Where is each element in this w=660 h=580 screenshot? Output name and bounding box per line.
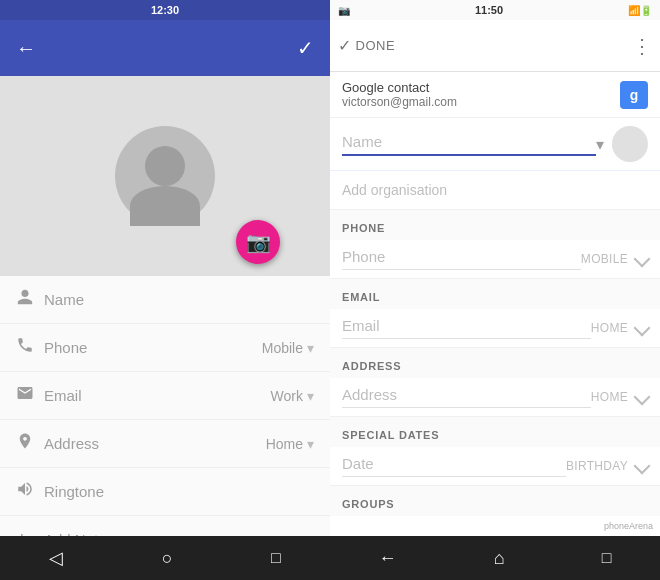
- right-address-sublabel: HOME: [591, 390, 628, 404]
- right-phone-row[interactable]: Phone MOBILE: [330, 240, 660, 279]
- date-arrow: [634, 458, 651, 475]
- right-email-label: Email: [342, 317, 591, 339]
- address-arrow: [634, 389, 651, 406]
- nav-recents-button[interactable]: □: [271, 549, 281, 567]
- right-time: 11:50: [475, 4, 503, 16]
- plus-icon: +: [16, 528, 44, 536]
- right-avatar-small: [612, 126, 648, 162]
- left-time: 12:30: [151, 4, 179, 16]
- check-button[interactable]: ✓: [297, 36, 314, 60]
- name-label: Name: [44, 291, 314, 308]
- done-check-icon: ✓: [338, 36, 352, 55]
- camera-fab[interactable]: 📷: [236, 220, 280, 264]
- right-address-label: Address: [342, 386, 591, 408]
- google-logo: g: [620, 81, 648, 109]
- email-dropdown-icon[interactable]: ▾: [307, 388, 314, 404]
- add-note-row[interactable]: + Add Note: [0, 516, 330, 536]
- avatar-body: [130, 186, 200, 226]
- right-nav-back-button[interactable]: ←: [379, 548, 397, 569]
- watermark: phoneArena: [601, 520, 656, 532]
- name-dropdown-icon[interactable]: ▾: [596, 135, 604, 154]
- google-contact-row[interactable]: Google contact victorson@gmail.com g: [330, 72, 660, 118]
- right-phone-label: Phone: [342, 248, 581, 270]
- google-contact-info: Google contact victorson@gmail.com: [342, 80, 620, 109]
- email-section-header: EMAIL: [330, 279, 660, 309]
- person-icon: [16, 288, 44, 311]
- address-label: Address: [44, 435, 266, 452]
- email-label: Email: [44, 387, 271, 404]
- phone-icon: [16, 336, 44, 359]
- right-name-row[interactable]: Name ▾: [330, 118, 660, 171]
- left-top-bar: ← ✓: [0, 20, 330, 76]
- dates-section-header: SPECIAL DATES: [330, 417, 660, 447]
- right-panel: 📷 11:50 📶🔋 ✓ DONE ⋮ Google contact victo…: [330, 0, 660, 580]
- phone-sublabel: Mobile: [262, 340, 303, 356]
- right-phone-sublabel: MOBILE: [581, 252, 628, 266]
- phone-label: Phone: [44, 339, 262, 356]
- done-button[interactable]: ✓ DONE: [338, 36, 395, 55]
- phone-field-row[interactable]: Phone Mobile ▾: [0, 324, 330, 372]
- address-sublabel: Home: [266, 436, 303, 452]
- email-sublabel: Work: [271, 388, 303, 404]
- camera-icon: 📷: [246, 230, 271, 254]
- ringtone-field-row[interactable]: Ringtone: [0, 468, 330, 516]
- right-nav-bar: ← ⌂ □: [330, 536, 660, 580]
- ringtone-label: Ringtone: [44, 483, 314, 500]
- avatar-head: [145, 146, 185, 186]
- right-date-label: Date: [342, 455, 566, 477]
- avatar-area: 📷: [0, 76, 330, 276]
- email-icon: [16, 384, 44, 407]
- google-contact-name: Google contact: [342, 80, 620, 95]
- phone-dropdown-icon[interactable]: ▾: [307, 340, 314, 356]
- add-org-row[interactable]: Add organisation: [330, 171, 660, 210]
- address-header-text: ADDRESS: [342, 360, 401, 372]
- address-section-header: ADDRESS: [330, 348, 660, 378]
- phone-arrow: [634, 251, 651, 268]
- right-email-sublabel: HOME: [591, 321, 628, 335]
- phone-section-header: PHONE: [330, 210, 660, 240]
- left-status-bar: 12:30: [0, 0, 330, 20]
- location-icon: [16, 432, 44, 455]
- dates-header-text: SPECIAL DATES: [342, 429, 439, 441]
- google-contact-email: victorson@gmail.com: [342, 95, 620, 109]
- add-org-label: Add organisation: [342, 182, 447, 198]
- avatar: [115, 126, 215, 226]
- email-header-text: EMAIL: [342, 291, 380, 303]
- groups-section-header: GROUPS: [330, 486, 660, 516]
- email-field-row[interactable]: Email Work ▾: [0, 372, 330, 420]
- left-form-list: Name Phone Mobile ▾ Email Work ▾ Address: [0, 276, 330, 536]
- right-status-icons-right: 📶🔋: [628, 5, 652, 16]
- nav-back-button[interactable]: ◁: [49, 547, 63, 569]
- right-top-bar: ✓ DONE ⋮: [330, 20, 660, 72]
- right-nav-recents-button[interactable]: □: [602, 549, 612, 567]
- right-status-bar: 📷 11:50 📶🔋: [330, 0, 660, 20]
- right-nav-home-button[interactable]: ⌂: [494, 548, 505, 569]
- left-panel: 12:30 ← ✓ 📷 Name Phone: [0, 0, 330, 580]
- address-field-row[interactable]: Address Home ▾: [0, 420, 330, 468]
- more-options-icon[interactable]: ⋮: [632, 34, 652, 58]
- right-date-sublabel: BIRTHDAY: [566, 459, 628, 473]
- right-name-label: Name: [342, 133, 596, 156]
- done-label: DONE: [356, 38, 396, 53]
- name-field-row[interactable]: Name: [0, 276, 330, 324]
- google-logo-label: g: [630, 87, 639, 103]
- address-dropdown-icon[interactable]: ▾: [307, 436, 314, 452]
- right-date-row[interactable]: Date BIRTHDAY: [330, 447, 660, 486]
- ringtone-icon: [16, 480, 44, 503]
- phone-header-text: PHONE: [342, 222, 385, 234]
- back-button[interactable]: ←: [16, 37, 36, 60]
- right-status-icons: 📷: [338, 5, 350, 16]
- email-arrow: [634, 320, 651, 337]
- left-nav-bar: ◁ ○ □: [0, 536, 330, 580]
- right-address-row[interactable]: Address HOME: [330, 378, 660, 417]
- nav-home-button[interactable]: ○: [162, 548, 173, 569]
- right-email-row[interactable]: Email HOME: [330, 309, 660, 348]
- groups-header-text: GROUPS: [342, 498, 394, 510]
